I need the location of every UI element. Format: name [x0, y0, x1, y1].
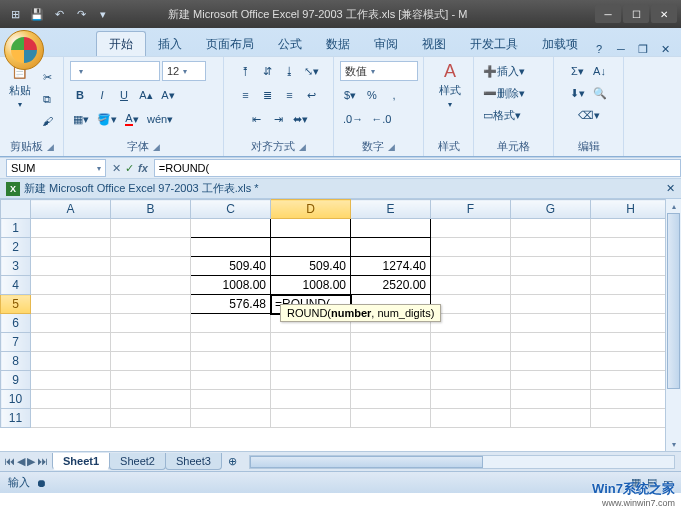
cell-E11[interactable]	[351, 409, 431, 428]
cell-H3[interactable]	[591, 257, 671, 276]
col-header-F[interactable]: F	[431, 200, 511, 219]
cell-A1[interactable]	[31, 219, 111, 238]
cell-D3[interactable]: 509.40	[271, 257, 351, 276]
workbook-close-icon[interactable]: ✕	[666, 182, 675, 195]
mdi-restore-icon[interactable]: ❐	[635, 42, 651, 56]
tab-视图[interactable]: 视图	[410, 32, 458, 56]
cell-G11[interactable]	[511, 409, 591, 428]
row-header-2[interactable]: 2	[1, 238, 31, 257]
enter-formula-icon[interactable]: ✓	[125, 162, 134, 175]
row-header-11[interactable]: 11	[1, 409, 31, 428]
cell-B2[interactable]	[111, 238, 191, 257]
col-header-B[interactable]: B	[111, 200, 191, 219]
cell-F1[interactable]	[431, 219, 511, 238]
cell-F7[interactable]	[431, 333, 511, 352]
align-center-icon[interactable]: ≣	[258, 85, 278, 105]
styles-button[interactable]: A 样式 ▾	[430, 61, 470, 109]
delete-cells-button[interactable]: ➖删除▾	[480, 83, 528, 103]
cell-E4[interactable]: 2520.00	[351, 276, 431, 295]
align-right-icon[interactable]: ≡	[280, 85, 300, 105]
cell-H6[interactable]	[591, 314, 671, 333]
paste-button[interactable]: 📋 粘贴 ▾	[6, 61, 33, 137]
sheet-nav-last-icon[interactable]: ⏭	[37, 455, 48, 468]
cell-H4[interactable]	[591, 276, 671, 295]
decrease-decimal-icon[interactable]: ←.0	[368, 109, 394, 129]
cell-E3[interactable]: 1274.40	[351, 257, 431, 276]
cell-C9[interactable]	[191, 371, 271, 390]
col-header-A[interactable]: A	[31, 200, 111, 219]
cell-F10[interactable]	[431, 390, 511, 409]
row-header-9[interactable]: 9	[1, 371, 31, 390]
dialog-launcher-icon[interactable]: ◢	[299, 142, 306, 152]
phonetic-button[interactable]: wén▾	[144, 109, 176, 129]
cell-H8[interactable]	[591, 352, 671, 371]
tab-加载项[interactable]: 加载项	[530, 32, 590, 56]
cell-F3[interactable]	[431, 257, 511, 276]
row-header-4[interactable]: 4	[1, 276, 31, 295]
sheet-tab-Sheet2[interactable]: Sheet2	[109, 453, 166, 470]
cell-G7[interactable]	[511, 333, 591, 352]
font-size-combo[interactable]: 12▾	[162, 61, 206, 81]
underline-button[interactable]: U	[114, 85, 134, 105]
increase-decimal-icon[interactable]: .0→	[340, 109, 366, 129]
mdi-close-icon[interactable]: ✕	[657, 42, 673, 56]
shrink-font-icon[interactable]: A▾	[158, 85, 178, 105]
cell-F4[interactable]	[431, 276, 511, 295]
cell-C3[interactable]: 509.40	[191, 257, 271, 276]
row-header-5[interactable]: 5	[1, 295, 31, 314]
cell-E8[interactable]	[351, 352, 431, 371]
percent-format-icon[interactable]: %	[362, 85, 382, 105]
view-pagebreak-icon[interactable]: ▭	[663, 476, 673, 489]
office-button[interactable]	[4, 30, 44, 70]
cell-B4[interactable]	[111, 276, 191, 295]
row-header-3[interactable]: 3	[1, 257, 31, 276]
grow-font-icon[interactable]: A▴	[136, 85, 156, 105]
tab-审阅[interactable]: 审阅	[362, 32, 410, 56]
cell-C11[interactable]	[191, 409, 271, 428]
number-format-combo[interactable]: 数值▾	[340, 61, 418, 81]
name-box[interactable]: SUM▾	[6, 159, 106, 177]
fx-icon[interactable]: fx	[138, 162, 148, 175]
cell-E7[interactable]	[351, 333, 431, 352]
cell-H9[interactable]	[591, 371, 671, 390]
cell-C10[interactable]	[191, 390, 271, 409]
minimize-button[interactable]: ─	[595, 5, 621, 23]
cell-B11[interactable]	[111, 409, 191, 428]
cell-G9[interactable]	[511, 371, 591, 390]
select-all-corner[interactable]	[1, 200, 31, 219]
cell-G4[interactable]	[511, 276, 591, 295]
cell-B6[interactable]	[111, 314, 191, 333]
tab-页面布局[interactable]: 页面布局	[194, 32, 266, 56]
autosum-button[interactable]: Σ▾	[568, 61, 588, 81]
formula-input[interactable]: =ROUND(	[154, 159, 681, 177]
borders-button[interactable]: ▦▾	[70, 109, 92, 129]
cell-B5[interactable]	[111, 295, 191, 314]
format-painter-icon[interactable]: 🖌	[37, 111, 57, 131]
cell-H7[interactable]	[591, 333, 671, 352]
cell-D9[interactable]	[271, 371, 351, 390]
col-header-C[interactable]: C	[191, 200, 271, 219]
row-header-8[interactable]: 8	[1, 352, 31, 371]
col-header-E[interactable]: E	[351, 200, 431, 219]
macro-record-icon[interactable]: ⏺	[36, 477, 47, 489]
col-header-H[interactable]: H	[591, 200, 671, 219]
cell-E9[interactable]	[351, 371, 431, 390]
row-header-1[interactable]: 1	[1, 219, 31, 238]
sheet-tab-Sheet1[interactable]: Sheet1	[52, 453, 110, 470]
vertical-scrollbar[interactable]: ▴▾	[665, 199, 681, 451]
cell-E10[interactable]	[351, 390, 431, 409]
cell-C6[interactable]	[191, 314, 271, 333]
cell-B7[interactable]	[111, 333, 191, 352]
undo-icon[interactable]: ↶	[50, 5, 68, 23]
cell-A9[interactable]	[31, 371, 111, 390]
cell-H10[interactable]	[591, 390, 671, 409]
qat-more-icon[interactable]: ▾	[94, 5, 112, 23]
bold-button[interactable]: B	[70, 85, 90, 105]
wrap-text-icon[interactable]: ↩	[302, 85, 322, 105]
cell-F9[interactable]	[431, 371, 511, 390]
italic-button[interactable]: I	[92, 85, 112, 105]
font-color-button[interactable]: A▾	[122, 109, 142, 129]
sheet-nav-prev-icon[interactable]: ◀	[17, 455, 25, 468]
tab-数据[interactable]: 数据	[314, 32, 362, 56]
cell-B9[interactable]	[111, 371, 191, 390]
